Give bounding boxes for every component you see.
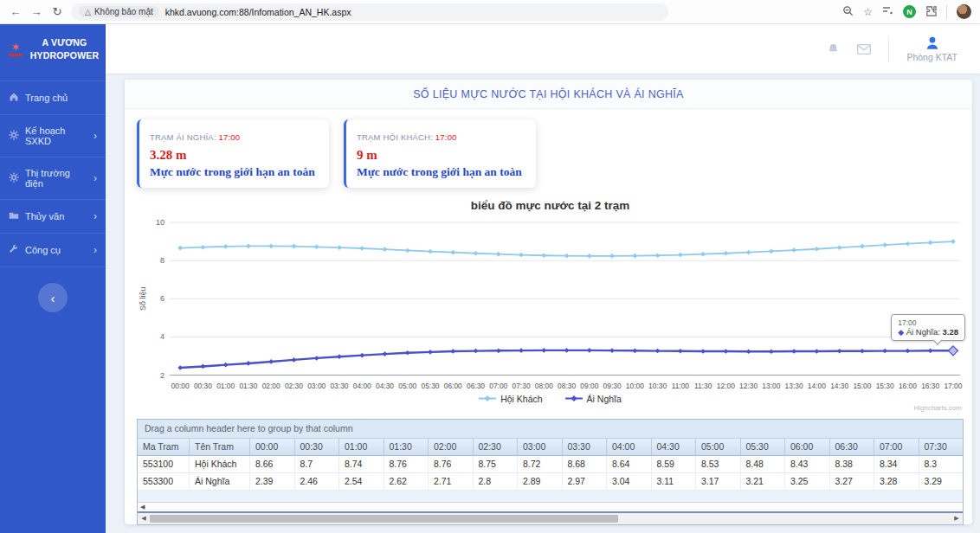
grid-column-header[interactable]: 06:00 (785, 439, 830, 456)
svg-text:01:30: 01:30 (239, 382, 257, 390)
legend-item-1[interactable]: Ái Nghĩa (565, 394, 622, 404)
grid-horizontal-scrollbar[interactable]: ◀ ▶ (138, 513, 963, 524)
extension-n-icon[interactable]: N (903, 5, 916, 18)
grid-column-header[interactable]: 02:00 (429, 439, 474, 456)
svg-text:12:00: 12:00 (717, 382, 735, 390)
grid-cell[interactable]: 8.74 (339, 456, 384, 473)
svg-text:02:30: 02:30 (285, 382, 303, 390)
address-bar[interactable]: △ Không bảo mật khkd.avuong.com:88/Infom… (71, 3, 668, 21)
grid-cell[interactable]: 2.39 (250, 473, 295, 491)
grid-cell[interactable]: 8.72 (518, 456, 563, 473)
grid-cell[interactable]: 2.97 (563, 473, 608, 491)
grid-column-header[interactable]: 07:30 (919, 439, 964, 456)
user-menu[interactable]: Phòng KTAT (906, 35, 957, 62)
grid-cell[interactable]: 3.11 (652, 473, 697, 491)
sidebar-item-4[interactable]: Công cụ› (0, 234, 106, 267)
svg-text:17:00: 17:00 (944, 382, 962, 390)
sidebar-item-3[interactable]: Thủy văn› (0, 200, 106, 234)
grid-column-header[interactable]: 00:00 (250, 439, 295, 456)
grid-cell[interactable]: 3.27 (830, 473, 875, 491)
grid-cell[interactable]: 2.71 (429, 473, 474, 491)
security-warning-chip[interactable]: △ Không bảo mật (79, 6, 159, 17)
chart-plot-area[interactable]: 24681000:0000:3001:0001:3002:0002:3003:0… (137, 214, 964, 393)
grid-cell[interactable]: 3.28 (874, 473, 919, 491)
scrollbar-left-arrow-icon[interactable]: ◀ (139, 515, 148, 522)
grid-cell[interactable]: 8.53 (696, 456, 741, 473)
grid-column-header[interactable]: 01:00 (339, 439, 384, 456)
svg-text:11:00: 11:00 (672, 382, 690, 390)
grid-cell[interactable]: 8.34 (874, 456, 919, 473)
reload-icon[interactable]: ↻ (50, 5, 64, 18)
sidebar-item-label: Trang chủ (25, 93, 97, 103)
grid-cell[interactable]: 553100 (138, 456, 190, 473)
grid-cell[interactable]: 8.75 (474, 456, 519, 473)
grid-column-header[interactable]: 02:30 (474, 439, 519, 456)
grid-cell[interactable]: 3.04 (607, 473, 652, 491)
grid-cell[interactable]: 2.89 (518, 473, 563, 491)
grid-cell[interactable]: 8.64 (607, 456, 652, 473)
scrollbar-thumb[interactable] (150, 515, 618, 523)
browser-avatar[interactable] (957, 4, 971, 19)
user-name: Phòng KTAT (906, 52, 957, 62)
grid-column-header[interactable]: 07:00 (874, 439, 919, 456)
grid-cell[interactable]: 8.43 (785, 456, 830, 473)
grid-cell[interactable]: 8.59 (652, 456, 697, 473)
grid-cell[interactable]: 2.46 (295, 473, 340, 491)
grid-cell[interactable]: 8.76 (429, 456, 474, 473)
grid-column-header[interactable]: 04:00 (607, 439, 652, 456)
grid-cell[interactable]: 8.68 (563, 456, 608, 473)
grid-column-header[interactable]: 01:30 (384, 439, 429, 456)
grid-cell[interactable]: 3.17 (696, 473, 741, 491)
grid-group-panel[interactable]: Drag a column header here to group by th… (138, 420, 963, 439)
legend-label: Ái Nghĩa (587, 394, 622, 404)
sidebar-item-0[interactable]: Trang chủ (0, 80, 106, 115)
sidebar-item-2[interactable]: Thị trường điện› (0, 157, 106, 200)
grid-column-header[interactable]: 05:00 (696, 439, 741, 456)
grid-column-header[interactable]: 06:30 (830, 439, 875, 456)
grid-cell[interactable]: 2.8 (474, 473, 519, 491)
grid-cell[interactable]: Hội Khách (190, 456, 250, 473)
grid-column-header[interactable]: 03:00 (518, 439, 563, 456)
grid-cell[interactable]: 553300 (138, 473, 190, 491)
grid-cell[interactable]: 8.7 (295, 456, 340, 473)
sidebar-item-1[interactable]: Kế hoạch SXKD› (0, 115, 106, 157)
extensions-puzzle-icon[interactable] (925, 5, 937, 19)
grid-cell[interactable]: Ái Nghĩa (190, 473, 250, 491)
notifications-bell-icon[interactable] (827, 42, 840, 55)
grid-cell[interactable]: 8.76 (384, 456, 429, 473)
scrollbar-right-arrow-icon[interactable]: ▶ (952, 515, 961, 522)
svg-text:04:00: 04:00 (353, 382, 371, 390)
sidebar-collapse-button[interactable]: ‹ (38, 283, 68, 312)
sidepanel-icon[interactable] (882, 6, 893, 18)
forward-icon[interactable]: → (29, 5, 43, 18)
grid-cell[interactable]: 2.62 (384, 473, 429, 491)
gear-icon (9, 172, 19, 184)
grid-cell[interactable]: 2.54 (339, 473, 384, 491)
bookmark-star-icon[interactable]: ☆ (863, 6, 873, 18)
grid-cell[interactable]: 8.38 (830, 456, 875, 473)
sidebar-item-label: Kế hoạch SXKD (25, 125, 87, 146)
messages-envelope-icon[interactable] (857, 44, 871, 55)
grid-column-header[interactable]: 00:30 (295, 439, 340, 456)
grid-cell[interactable]: 8.3 (919, 456, 964, 473)
grid-column-header[interactable]: 04:30 (652, 439, 697, 456)
water-level-chart[interactable]: 24681000:0000:3001:0001:3002:0002:3003:0… (137, 214, 964, 412)
back-icon[interactable]: ← (9, 5, 23, 18)
grid-column-header[interactable]: 03:30 (563, 439, 608, 456)
zoom-out-icon[interactable] (842, 5, 854, 19)
grid-cell[interactable]: 8.66 (250, 456, 295, 473)
grid-column-header[interactable]: 05:30 (741, 439, 786, 456)
grid-cell[interactable]: 3.29 (919, 473, 964, 491)
svg-text:07:00: 07:00 (489, 382, 507, 390)
legend-item-0[interactable]: Hội Khách (479, 394, 542, 404)
home-icon (9, 92, 19, 104)
grid-cell[interactable]: 3.21 (741, 473, 786, 491)
grid-cell[interactable]: 8.48 (741, 456, 786, 473)
sidebar-menu: Trang chủKế hoạch SXKD›Thị trường điện›T… (0, 80, 106, 267)
sidebar: ✶ A VƯƠNG HYDROPOWER Trang chủKế hoạch S… (0, 24, 106, 533)
grid-cell[interactable]: 3.25 (785, 473, 830, 491)
chart-credits: Highcharts.com (137, 404, 964, 412)
grid-scroll-left-icon[interactable]: ◀ (140, 504, 145, 511)
grid-column-header[interactable]: Tên Tram (190, 439, 250, 456)
grid-column-header[interactable]: Ma Tram (138, 439, 190, 456)
